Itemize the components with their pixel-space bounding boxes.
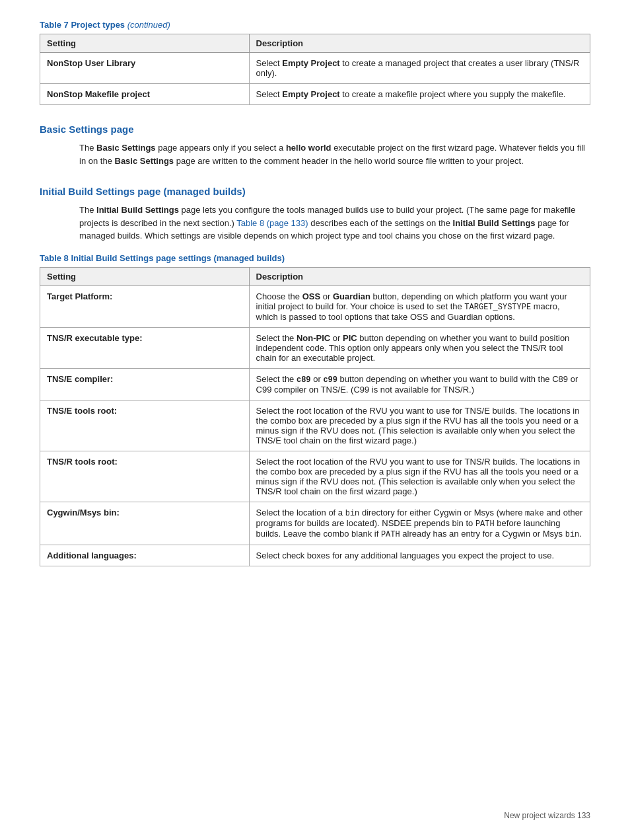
table8-col-description: Description <box>249 267 590 286</box>
table-row: NonStop User Library Select Empty Projec… <box>40 53 590 84</box>
table-row: TNS/E compiler: Select the c89 or c99 bu… <box>40 368 590 400</box>
table8-col-setting: Setting <box>40 267 250 286</box>
table-row: Additional languages: Select check boxes… <box>40 545 590 566</box>
table8-row7-setting: Additional languages: <box>40 545 250 566</box>
page-footer: New project wizards 133 <box>504 811 590 820</box>
table8-row6-setting: Cygwin/Msys bin: <box>40 502 250 545</box>
table8-link[interactable]: Table 8 (page 133) <box>236 218 308 228</box>
table7-row1-desc: Select Empty Project to create a managed… <box>249 53 590 84</box>
table8-row2-setting: TNS/R executable type: <box>40 327 250 368</box>
table-row: TNS/E tools root: Select the root locati… <box>40 400 590 451</box>
table8-row6-desc: Select the location of a bin directory f… <box>249 502 590 545</box>
table-row: NonStop Makefile project Select Empty Pr… <box>40 84 590 105</box>
table8-row4-setting: TNS/E tools root: <box>40 400 250 451</box>
table8-row7-desc: Select check boxes for any additional la… <box>249 545 590 566</box>
table7-title: Table 7 Project types (continued) <box>40 20 590 30</box>
table-row: TNS/R tools root: Select the root locati… <box>40 451 590 502</box>
table8-title: Table 8 Initial Build Settings page sett… <box>40 253 590 263</box>
table8: Setting Description Target Platform: Cho… <box>40 267 590 566</box>
basic-settings-heading: Basic Settings page <box>40 124 590 135</box>
table8-row5-setting: TNS/R tools root: <box>40 451 250 502</box>
table8-row3-desc: Select the c89 or c99 button depending o… <box>249 368 590 400</box>
table-row: TNS/R executable type: Select the Non-PI… <box>40 327 590 368</box>
table7-col-description: Description <box>249 34 590 53</box>
table8-row1-desc: Choose the OSS or Guardian button, depen… <box>249 286 590 327</box>
table-row: Cygwin/Msys bin: Select the location of … <box>40 502 590 545</box>
table-row: Target Platform: Choose the OSS or Guard… <box>40 286 590 327</box>
table7: Setting Description NonStop User Library… <box>40 34 590 105</box>
initial-build-body: The Initial Build Settings page lets you… <box>79 204 590 243</box>
table8-row4-desc: Select the root location of the RVU you … <box>249 400 590 451</box>
table7-continued: (continued) <box>127 20 170 30</box>
table8-row2-desc: Select the Non-PIC or PIC button dependi… <box>249 327 590 368</box>
table7-row1-setting: NonStop User Library <box>40 53 250 84</box>
table8-row3-setting: TNS/E compiler: <box>40 368 250 400</box>
table8-row5-desc: Select the root location of the RVU you … <box>249 451 590 502</box>
table7-row2-desc: Select Empty Project to create a makefil… <box>249 84 590 105</box>
table7-row2-setting: NonStop Makefile project <box>40 84 250 105</box>
table8-row1-setting: Target Platform: <box>40 286 250 327</box>
initial-build-heading: Initial Build Settings page (managed bui… <box>40 186 590 197</box>
basic-settings-body: The Basic Settings page appears only if … <box>79 141 590 167</box>
table7-col-setting: Setting <box>40 34 250 53</box>
